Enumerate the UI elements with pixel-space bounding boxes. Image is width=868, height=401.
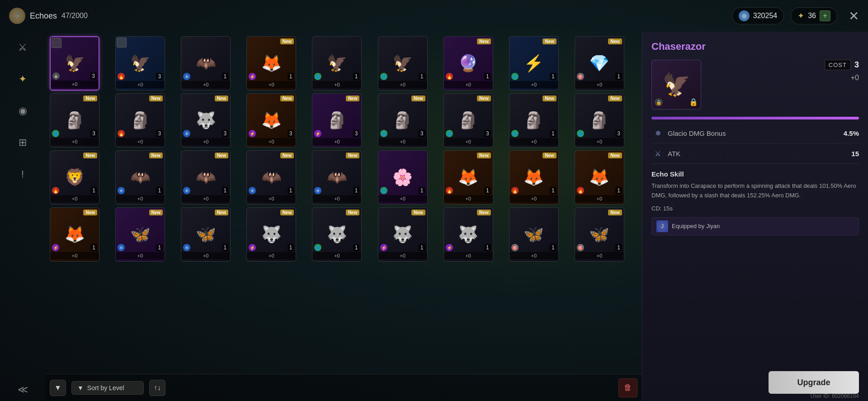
new-badge: New xyxy=(477,95,491,101)
echo-card[interactable]: 🦋New❄1+0 xyxy=(181,207,231,262)
plus-badge: +0 xyxy=(247,138,296,145)
glacio-stat-name: Glacio DMG Bonus xyxy=(668,129,840,137)
add-star-button[interactable]: + xyxy=(820,10,830,21)
echo-card[interactable]: 💎New🎯1+0 xyxy=(575,36,624,91)
new-badge: New xyxy=(608,210,622,215)
new-badge: New xyxy=(149,95,163,101)
cost-badge: 3 xyxy=(156,130,163,137)
plus-badge: +0 xyxy=(312,138,361,145)
cost-badge: 3 xyxy=(484,130,491,137)
cost-badge: 3 xyxy=(419,130,425,137)
new-badge: New xyxy=(83,95,97,101)
sidebar-item-echoes[interactable]: ✦ xyxy=(11,68,34,91)
sidebar-item-back[interactable]: ≪ xyxy=(11,378,34,401)
echo-card[interactable]: 🦅🌀1+0 xyxy=(312,36,362,91)
plus-badge: +0 xyxy=(509,138,558,145)
echo-card[interactable]: 🐺New⚡1+0 xyxy=(378,207,428,262)
echo-card[interactable]: 🦇New❄1+0 xyxy=(312,150,362,205)
currency-amount: 320254 xyxy=(753,12,777,20)
currency-display: ◎ 320254 xyxy=(732,7,784,24)
echo-card[interactable]: 🦋🎯1+0 xyxy=(509,207,559,262)
echo-card[interactable]: 🗿New🌀3+0 xyxy=(575,93,624,148)
cost-badge: 1 xyxy=(550,130,557,137)
cost-badge: 1 xyxy=(222,187,229,194)
echo-card[interactable]: 🐺New⚡1+0 xyxy=(246,207,296,262)
cost-badge: 3 xyxy=(288,130,294,137)
filter-button[interactable]: ▼ xyxy=(50,380,66,396)
echo-card[interactable]: 🗿New🌀3+0 xyxy=(443,93,493,148)
new-badge: New xyxy=(608,95,622,101)
echo-card[interactable]: 🦅🔥3+0 xyxy=(115,36,165,91)
echo-card[interactable]: 🦊New⚡3+0 xyxy=(246,93,296,148)
plus-badge: +0 xyxy=(116,195,165,202)
sort-arrow-icon: ▼ xyxy=(77,384,84,391)
delete-button[interactable]: 🗑 xyxy=(618,378,637,397)
cost-badge: 1 xyxy=(222,244,229,251)
new-badge: New xyxy=(411,210,425,215)
element-icon: 🔥 xyxy=(511,187,519,194)
plus-badge: +0 xyxy=(444,252,493,259)
echo-card[interactable]: 🔮New🔥1+0 xyxy=(443,36,493,91)
bottom-bar: ▼ ▼ Sort by Level ↑↓ 🗑 xyxy=(45,374,642,401)
echoes-icon: 🎵 xyxy=(9,8,25,24)
echo-card[interactable]: 🦅◈3+0 xyxy=(50,36,99,91)
echo-card[interactable]: 🦇New❄1+0 xyxy=(181,150,231,205)
echo-card[interactable]: 🗿New🔥3+0 xyxy=(115,93,165,148)
plus-badge: +0 xyxy=(509,81,558,88)
echo-card[interactable]: 🌸🌀1+0 xyxy=(378,150,428,205)
echo-card[interactable]: 🦁New🔥1+0 xyxy=(50,150,99,205)
echo-card[interactable]: 🐺New🌀1+0 xyxy=(312,207,362,262)
plus-badge: +0 xyxy=(378,138,427,145)
new-badge: New xyxy=(149,210,163,215)
new-badge: New xyxy=(215,95,229,101)
echo-card[interactable]: 🦇New❄1+0 xyxy=(115,150,165,205)
sidebar-item-quest[interactable]: ! xyxy=(11,163,34,186)
close-button[interactable]: ✕ xyxy=(849,9,859,24)
sort-selector[interactable]: ▼ Sort by Level xyxy=(71,381,144,395)
echo-card[interactable]: 🦅🌀1+0 xyxy=(378,36,428,91)
echo-card[interactable]: 🗿New🌀1+0 xyxy=(509,93,559,148)
cost-badge: 3 xyxy=(222,130,229,137)
echo-card[interactable]: 🦊New⚡1+0 xyxy=(50,207,99,262)
cost-badge: 1 xyxy=(222,73,229,80)
echo-card[interactable]: 🦇New❄1+0 xyxy=(246,150,296,205)
element-icon: ⚡ xyxy=(249,73,256,80)
new-badge: New xyxy=(477,153,491,158)
stat-row-glacio: ❄ Glacio DMG Bonus 4.5% xyxy=(651,123,859,143)
echo-card[interactable]: 🗿New⚡3+0 xyxy=(312,93,362,148)
echo-card[interactable]: 🦊New🔥1+0 xyxy=(575,150,624,205)
plus-value: +0 xyxy=(708,74,859,82)
element-badge: 🔒 xyxy=(655,98,663,106)
echo-card[interactable]: 🦊New⚡1+0 xyxy=(246,36,296,91)
plus-badge: +0 xyxy=(575,138,624,145)
plus-badge: +0 xyxy=(444,81,493,88)
plus-badge: +0 xyxy=(444,138,493,145)
echo-card[interactable]: 🐺New❄3+0 xyxy=(181,93,231,148)
element-icon: ❄ xyxy=(118,244,125,251)
sidebar-item-system[interactable]: ⊞ xyxy=(11,131,34,154)
cost-badge: 3 xyxy=(353,130,360,137)
sort-label: Sort by Level xyxy=(87,384,124,391)
cost-badge: 3 xyxy=(90,72,97,80)
echo-card[interactable]: 🦊New🔥1+0 xyxy=(509,150,559,205)
plus-badge: +0 xyxy=(50,195,99,202)
toggle-sort-button[interactable]: ↑↓ xyxy=(149,380,165,396)
echo-card[interactable]: ⚡New🌀1+0 xyxy=(509,36,559,91)
sidebar-item-inventory[interactable]: ◉ xyxy=(11,100,34,122)
echo-card[interactable]: 🦋New🎯1+0 xyxy=(575,207,624,262)
plus-badge: +0 xyxy=(575,195,624,202)
sidebar-item-combat[interactable]: ⚔ xyxy=(11,36,34,59)
echo-card[interactable]: 🦊New🔥1+0 xyxy=(443,150,493,205)
top-right-controls: ◎ 320254 ✦ 36 + ✕ xyxy=(732,7,859,24)
element-icon: ⚡ xyxy=(249,130,256,137)
echo-card[interactable]: 🐺New⚡1+0 xyxy=(443,207,493,262)
element-icon: ◈ xyxy=(52,72,60,80)
plus-badge: +0 xyxy=(378,81,427,88)
cost-row: COST 3 xyxy=(708,60,859,70)
echo-card[interactable]: 🗿New🌀3+0 xyxy=(50,93,99,148)
echo-card[interactable]: 🗿New🌀3+0 xyxy=(378,93,428,148)
echo-card[interactable]: 🦇❄1+0 xyxy=(181,36,231,91)
upgrade-button[interactable]: Upgrade xyxy=(769,371,859,394)
plus-badge: +0 xyxy=(575,252,624,259)
echo-card[interactable]: 🦋New❄1+0 xyxy=(115,207,165,262)
